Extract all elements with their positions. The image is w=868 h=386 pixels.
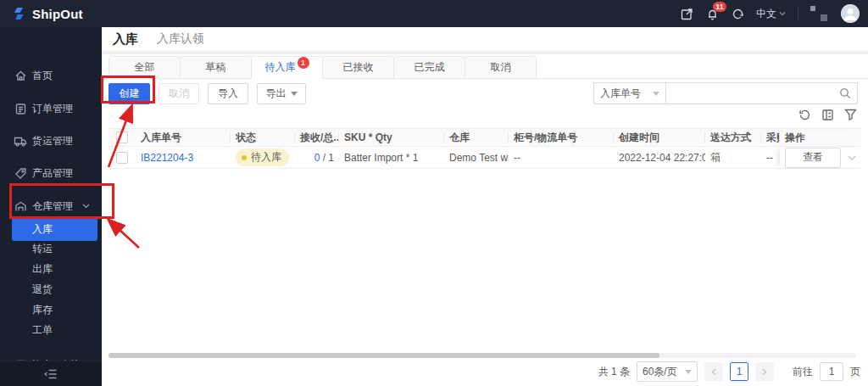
search-field-label: 入库单号: [600, 87, 641, 101]
language-switcher[interactable]: 中文: [756, 7, 786, 21]
search-input-wrap: [666, 82, 858, 104]
sidebar-item-label: 仓库管理: [32, 199, 73, 214]
sidebar-item-products[interactable]: 产品管理: [0, 162, 102, 184]
notification-badge: 11: [713, 2, 726, 12]
sidebar-item-label: 订单管理: [32, 102, 73, 116]
tab-cancelled[interactable]: 取消: [465, 56, 537, 79]
column-header: 接收/总...: [295, 131, 339, 143]
tab-pending-inbound[interactable]: 待入库 1: [251, 56, 323, 79]
bolt-icon: [12, 6, 27, 21]
sidebar-item-label: 库存: [32, 303, 53, 317]
page-header: 入库 入库认领: [102, 27, 868, 51]
caret-down-icon: [291, 92, 298, 96]
chevron-down-icon: [82, 204, 90, 209]
next-page-button[interactable]: [755, 362, 774, 381]
sidebar-item-label: 货运管理: [32, 134, 73, 148]
horizontal-scrollbar[interactable]: [108, 353, 856, 358]
status-badge: 待入库: [236, 148, 289, 166]
sidebar-item-workorder[interactable]: 工单: [0, 320, 102, 340]
reset-icon[interactable]: [798, 109, 811, 121]
column-settings-icon[interactable]: [821, 109, 834, 121]
table-row: IB221204-3 待入库 0 / 1 Batter Import * 1 D…: [108, 147, 861, 169]
header-divider: [798, 8, 798, 20]
tab-count-badge: 1: [298, 57, 309, 69]
tab-inbound[interactable]: 入库: [113, 31, 138, 48]
sidebar-item-returns[interactable]: 退货: [0, 279, 102, 299]
avatar[interactable]: [841, 4, 860, 23]
logo-text: ShipOut: [32, 7, 83, 21]
export-label: 导出: [266, 87, 287, 101]
caret-down-icon: [779, 11, 786, 16]
filter-icon[interactable]: [844, 109, 857, 120]
pagination: 共 1 条 60条/页 1 前往 页: [102, 361, 868, 382]
sidebar-item-transfer[interactable]: 转运: [0, 238, 102, 259]
bell-icon[interactable]: 11: [705, 7, 719, 20]
sidebar-item-orders[interactable]: 订单管理: [0, 98, 102, 120]
warehouse-icon: [14, 199, 27, 213]
created-time-cell: 2022-12-04 22:27:08: [614, 152, 705, 164]
top-header: ShipOut 11 中文: [0, 0, 868, 27]
view-button[interactable]: 查看: [785, 148, 841, 168]
table-empty-area: [102, 169, 868, 353]
total-count-label: 共 1 条: [598, 365, 630, 379]
sidebar-item-label: 产品管理: [32, 166, 73, 181]
sidebar-item-inbound[interactable]: 入库: [12, 217, 97, 241]
cancel-button[interactable]: 取消: [159, 83, 199, 104]
sidebar-item-label: 出库: [32, 262, 53, 277]
received-total-cell: 0 / 1: [295, 152, 339, 164]
logo[interactable]: ShipOut: [0, 6, 83, 21]
goto-label: 前往: [793, 365, 813, 379]
tab-label: 取消: [491, 60, 511, 75]
sidebar-collapse-button[interactable]: [0, 361, 102, 386]
main-content: 入库 入库认领 全部 草稿 待入库 1 已接收 已完成 取消 创建 取消 导入: [102, 27, 868, 386]
create-button[interactable]: 创建: [108, 83, 150, 104]
status-dot-icon: [242, 155, 247, 160]
sidebar-item-outbound[interactable]: 出库: [0, 259, 102, 279]
status-cell: 待入库: [231, 148, 295, 166]
scrollbar-thumb[interactable]: [108, 353, 659, 358]
sidebar-item-label: 退货: [32, 283, 53, 297]
purchase-order-cell: --: [761, 152, 780, 164]
column-header: 送达方式: [705, 131, 761, 143]
column-header: 状态: [231, 131, 295, 143]
column-header: 入库单号: [136, 131, 231, 143]
sidebar-item-label: 入库: [32, 222, 53, 237]
search-input[interactable]: [666, 84, 839, 103]
current-page-button[interactable]: 1: [730, 362, 748, 381]
goto-page-input[interactable]: [820, 362, 843, 381]
home-icon: [14, 69, 27, 82]
search-icon[interactable]: [839, 87, 857, 99]
total-count: / 1: [320, 152, 334, 164]
status-tabs: 全部 草稿 待入库 1 已接收 已完成 取消: [102, 54, 868, 79]
content-card: 全部 草稿 待入库 1 已接收 已完成 取消 创建 取消 导入 导出: [102, 54, 868, 386]
export-icon[interactable]: [680, 7, 693, 20]
search-group: 入库单号: [593, 82, 858, 104]
sidebar-item-home[interactable]: 首页: [0, 64, 102, 87]
export-button[interactable]: 导出: [257, 83, 306, 104]
sidebar-item-label: 工单: [32, 323, 53, 338]
inbound-no-link[interactable]: IB221204-3: [141, 152, 193, 164]
tab-inbound-claim[interactable]: 入库认领: [157, 31, 204, 47]
sidebar-item-label: 首页: [32, 69, 53, 83]
import-button[interactable]: 导入: [208, 83, 248, 104]
tab-all[interactable]: 全部: [108, 56, 181, 79]
search-field-select[interactable]: 入库单号: [593, 82, 666, 104]
tab-received[interactable]: 已接收: [322, 56, 394, 79]
sidebar-item-freight[interactable]: 货运管理: [0, 130, 102, 152]
tab-completed[interactable]: 已完成: [393, 56, 465, 79]
app-root: ShipOut 11 中文: [0, 0, 868, 386]
row-checkbox[interactable]: [116, 152, 128, 164]
actions-cell: 查看: [780, 148, 861, 168]
chevron-down-icon[interactable]: [848, 155, 856, 160]
page-size-select[interactable]: 60条/页: [637, 361, 698, 382]
sidebar-item-warehouse[interactable]: 仓库管理: [0, 195, 102, 217]
table-tools: [102, 108, 868, 121]
collapse-icon: [44, 368, 58, 380]
select-all-checkbox[interactable]: [116, 131, 128, 143]
sync-icon[interactable]: [731, 7, 744, 20]
tab-label: 全部: [135, 60, 155, 75]
sidebar-item-inventory[interactable]: 库存: [0, 299, 102, 320]
tab-draft[interactable]: 草稿: [180, 56, 252, 79]
prev-page-button[interactable]: [704, 362, 723, 381]
tab-label: 草稿: [206, 60, 226, 75]
